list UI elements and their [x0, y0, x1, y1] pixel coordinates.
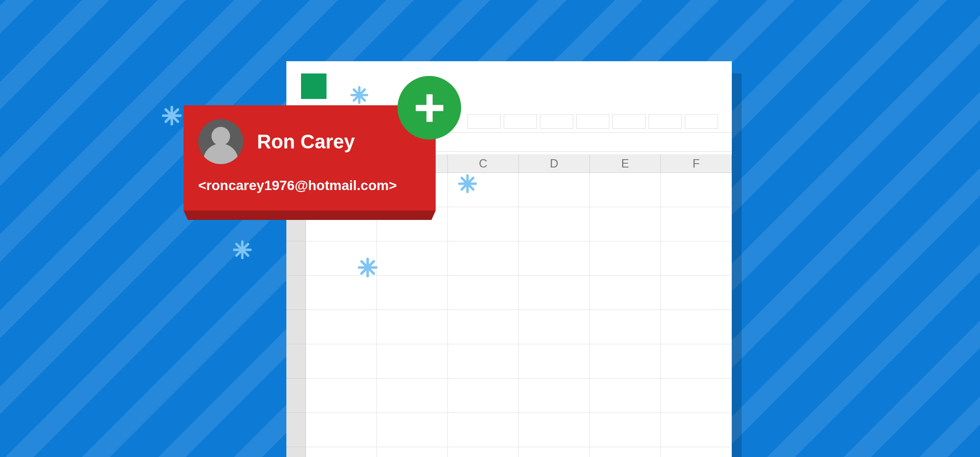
plus-icon [411, 90, 448, 126]
row-header[interactable] [286, 413, 306, 447]
asterisk-icon [350, 86, 369, 104]
add-contact-button[interactable] [397, 76, 461, 140]
row-header[interactable] [286, 447, 306, 457]
cell[interactable] [377, 276, 448, 310]
cell[interactable] [377, 447, 448, 457]
cell[interactable] [661, 241, 732, 276]
cell[interactable] [519, 241, 590, 276]
cell[interactable] [590, 310, 661, 344]
cell[interactable] [590, 241, 661, 276]
cell[interactable] [377, 241, 448, 276]
cell[interactable] [448, 207, 519, 241]
toolbar-button[interactable] [649, 114, 682, 129]
row-header[interactable] [286, 276, 306, 310]
cell[interactable] [519, 173, 590, 207]
asterisk-icon [162, 105, 182, 126]
cell[interactable] [306, 344, 377, 379]
avatar-icon [198, 119, 243, 164]
table-row [286, 379, 732, 413]
cell[interactable] [306, 276, 377, 310]
cell[interactable] [590, 413, 661, 447]
cell[interactable] [448, 241, 519, 276]
cell[interactable] [519, 447, 590, 457]
cell[interactable] [519, 276, 590, 310]
cell[interactable] [519, 207, 590, 241]
cell[interactable] [377, 379, 448, 413]
toolbar-button[interactable] [576, 114, 609, 129]
cell[interactable] [448, 447, 519, 457]
asterisk-icon [458, 174, 477, 193]
cell[interactable] [448, 310, 519, 344]
cell[interactable] [306, 310, 377, 344]
cell[interactable] [661, 379, 732, 413]
cell[interactable] [377, 344, 448, 379]
cell[interactable] [590, 207, 661, 241]
column-header[interactable]: F [661, 154, 732, 173]
row-header[interactable] [286, 379, 306, 413]
table-row [286, 241, 732, 276]
cell[interactable] [661, 310, 732, 344]
cell[interactable] [448, 276, 519, 310]
cell[interactable] [306, 379, 377, 413]
column-header[interactable]: E [590, 154, 661, 173]
cell[interactable] [306, 413, 377, 447]
asterisk-icon [233, 240, 252, 260]
sheets-logo-icon [301, 73, 327, 99]
table-row [286, 310, 732, 344]
cell[interactable] [661, 173, 732, 207]
asterisk-icon [357, 257, 378, 278]
row-header[interactable] [286, 344, 306, 379]
table-row [286, 413, 732, 447]
table-row [286, 344, 732, 379]
cell[interactable] [448, 379, 519, 413]
cell[interactable] [448, 344, 519, 379]
cell[interactable] [661, 447, 732, 457]
contact-name: Ron Carey [257, 131, 355, 153]
table-row [286, 447, 732, 457]
cell[interactable] [377, 310, 448, 344]
toolbar-button[interactable] [685, 114, 718, 129]
cell[interactable] [661, 413, 732, 447]
column-header[interactable]: C [448, 154, 519, 173]
contact-email: <roncarey1976@hotmail.com> [198, 178, 397, 193]
cell[interactable] [590, 173, 661, 207]
cell[interactable] [448, 413, 519, 447]
toolbar-button[interactable] [467, 114, 501, 129]
toolbar [467, 114, 718, 129]
cell[interactable] [519, 413, 590, 447]
cell[interactable] [661, 344, 732, 379]
contact-card[interactable]: Ron Carey <roncarey1976@hotmail.com> [184, 105, 436, 211]
cell[interactable] [661, 276, 732, 310]
cell[interactable] [590, 447, 661, 457]
cell[interactable] [519, 310, 590, 344]
toolbar-button[interactable] [612, 114, 646, 129]
cell[interactable] [590, 379, 661, 413]
cell[interactable] [590, 344, 661, 379]
cell[interactable] [661, 207, 732, 241]
column-header[interactable]: D [519, 154, 590, 173]
cell[interactable] [519, 344, 590, 379]
toolbar-button[interactable] [504, 114, 537, 129]
cell[interactable] [590, 276, 661, 310]
cell[interactable] [377, 413, 448, 447]
card-shadow-bottom [184, 211, 436, 220]
table-row [286, 276, 732, 310]
row-header[interactable] [286, 310, 306, 344]
cell[interactable] [306, 447, 377, 457]
cell[interactable] [519, 379, 590, 413]
toolbar-button[interactable] [540, 114, 573, 129]
row-header[interactable] [286, 241, 306, 276]
illustration-stage: A B C D E F Ron Carey <roncarey1976@hotm… [0, 0, 980, 457]
